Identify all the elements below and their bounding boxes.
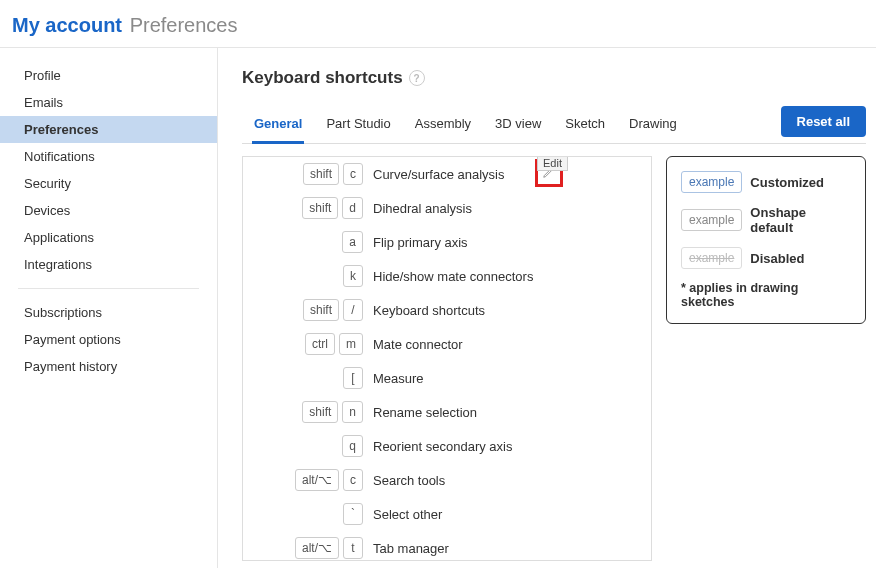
tab-sketch[interactable]: Sketch (553, 106, 617, 143)
shortcut-label: Hide/show mate connectors (373, 269, 533, 284)
shortcut-row: [Measure (243, 361, 637, 395)
shortcut-keys: [ (243, 367, 363, 389)
shortcut-label: Dihedral analysis (373, 201, 472, 216)
key-shift: shift (302, 401, 338, 423)
sidebar-item-emails[interactable]: Emails (0, 89, 217, 116)
legend-chip-disabled: example (681, 247, 742, 269)
sidebar-item-profile[interactable]: Profile (0, 62, 217, 89)
key-c: c (343, 469, 363, 491)
key-q: q (342, 435, 363, 457)
shortcut-label: Keyboard shortcuts (373, 303, 485, 318)
shortcut-row: shiftcCurve/surface analysis (243, 157, 637, 191)
sidebar-item-notifications[interactable]: Notifications (0, 143, 217, 170)
key-alt/⌥: alt/⌥ (295, 537, 339, 559)
key-c: c (343, 163, 363, 185)
legend-note: * applies in drawing sketches (681, 281, 851, 309)
help-icon[interactable]: ? (409, 70, 425, 86)
sidebar-item-preferences[interactable]: Preferences (0, 116, 217, 143)
sidebar-item-payment-history[interactable]: Payment history (0, 353, 217, 380)
shortcut-keys: shift/ (243, 299, 363, 321)
shortcut-keys: q (243, 435, 363, 457)
shortcut-keys: k (243, 265, 363, 287)
shortcut-keys: ctrlm (243, 333, 363, 355)
tab-drawing[interactable]: Drawing (617, 106, 689, 143)
shortcut-keys: shiftn (243, 401, 363, 423)
sidebar-item-integrations[interactable]: Integrations (0, 251, 217, 278)
key-k: k (343, 265, 363, 287)
shortcut-row: alt/⌥tTab manager (243, 531, 637, 560)
page-title: Keyboard shortcuts ? (242, 68, 866, 88)
sidebar-item-subscriptions[interactable]: Subscriptions (0, 299, 217, 326)
key-t: t (343, 537, 363, 559)
key-shift: shift (302, 197, 338, 219)
shortcut-row: ctrlmMate connector (243, 327, 637, 361)
legend-default: example Onshape default (681, 205, 851, 235)
page-header: My account Preferences (0, 0, 876, 48)
header-title-main[interactable]: My account (12, 14, 122, 36)
shortcut-label: Tab manager (373, 541, 449, 556)
tab-part-studio[interactable]: Part Studio (314, 106, 402, 143)
shortcut-label: Measure (373, 371, 424, 386)
legend-label-disabled: Disabled (750, 251, 804, 266)
key-alt/⌥: alt/⌥ (295, 469, 339, 491)
key-ctrl: ctrl (305, 333, 335, 355)
shortcut-row: aFlip primary axis (243, 225, 637, 259)
sidebar-item-security[interactable]: Security (0, 170, 217, 197)
legend-chip-default: example (681, 209, 742, 231)
shortcut-label: Flip primary axis (373, 235, 468, 250)
key-n: n (342, 401, 363, 423)
tab-general[interactable]: General (242, 106, 314, 143)
shortcut-label: Search tools (373, 473, 445, 488)
sidebar-item-applications[interactable]: Applications (0, 224, 217, 251)
shortcut-keys: a (243, 231, 363, 253)
shortcut-row: shift/Keyboard shortcuts (243, 293, 637, 327)
shortcut-label: Reorient secondary axis (373, 439, 512, 454)
shortcut-keys: shiftd (243, 197, 363, 219)
key-d: d (342, 197, 363, 219)
shortcut-label: Curve/surface analysis (373, 167, 505, 182)
shortcuts-scroll[interactable]: shiftcCurve/surface analysisshiftdDihedr… (243, 157, 651, 560)
shortcut-label: Mate connector (373, 337, 463, 352)
sidebar: ProfileEmailsPreferencesNotificationsSec… (0, 48, 218, 568)
shortcut-keys: ` (243, 503, 363, 525)
shortcut-row: shiftdDihedral analysis (243, 191, 637, 225)
header-title-sub: Preferences (130, 14, 238, 36)
shortcut-keys: alt/⌥c (243, 469, 363, 491)
shortcut-row: `Select other (243, 497, 637, 531)
legend-chip-customized: example (681, 171, 742, 193)
sidebar-item-payment-options[interactable]: Payment options (0, 326, 217, 353)
legend-customized: example Customized (681, 171, 851, 193)
shortcut-row: kHide/show mate connectors (243, 259, 637, 293)
shortcut-row: alt/⌥cSearch tools (243, 463, 637, 497)
legend-label-default: Onshape default (750, 205, 851, 235)
shortcut-label: Select other (373, 507, 442, 522)
shortcuts-panel: Edit shiftcCurve/surface analysisshiftdD… (242, 156, 652, 561)
sidebar-item-devices[interactable]: Devices (0, 197, 217, 224)
shortcut-row: shiftnRename selection (243, 395, 637, 429)
shortcut-label: Rename selection (373, 405, 477, 420)
tab-assembly[interactable]: Assembly (403, 106, 483, 143)
key-a: a (342, 231, 363, 253)
key-/: / (343, 299, 363, 321)
legend-panel: example Customized example Onshape defau… (666, 156, 866, 324)
tabs-row: GeneralPart StudioAssembly3D viewSketchD… (242, 106, 866, 144)
key-shift: shift (303, 299, 339, 321)
legend-label-customized: Customized (750, 175, 824, 190)
shortcut-keys: shiftc (243, 163, 363, 185)
shortcut-row: qReorient secondary axis (243, 429, 637, 463)
shortcut-keys: alt/⌥t (243, 537, 363, 559)
reset-all-button[interactable]: Reset all (781, 106, 866, 137)
key-`: ` (343, 503, 363, 525)
main-content: Keyboard shortcuts ? GeneralPart StudioA… (218, 48, 876, 568)
key-m: m (339, 333, 363, 355)
key-[: [ (343, 367, 363, 389)
legend-disabled: example Disabled (681, 247, 851, 269)
tab-3d-view[interactable]: 3D view (483, 106, 553, 143)
edit-tooltip: Edit (537, 156, 568, 171)
key-shift: shift (303, 163, 339, 185)
page-title-text: Keyboard shortcuts (242, 68, 403, 88)
